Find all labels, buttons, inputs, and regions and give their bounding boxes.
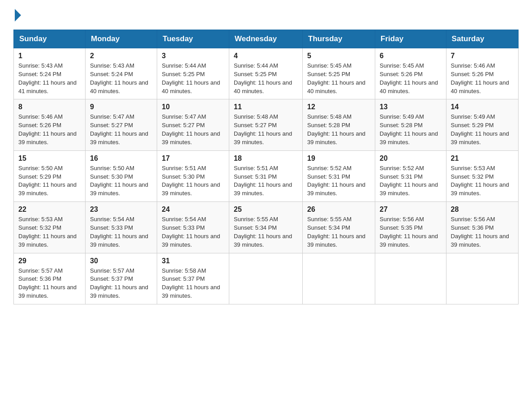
calendar-week-row: 29 Sunrise: 5:57 AMSunset: 5:36 PMDaylig… xyxy=(14,253,519,304)
calendar-cell: 6 Sunrise: 5:45 AMSunset: 5:26 PMDayligh… xyxy=(375,48,446,99)
day-info: Sunrise: 5:54 AMSunset: 5:33 PMDaylight:… xyxy=(90,215,152,249)
day-info: Sunrise: 5:51 AMSunset: 5:31 PMDaylight:… xyxy=(234,164,298,198)
day-number: 23 xyxy=(90,206,152,214)
day-info: Sunrise: 5:49 AMSunset: 5:29 PMDaylight:… xyxy=(451,113,514,146)
calendar-cell: 28 Sunrise: 5:56 AMSunset: 5:36 PMDaylig… xyxy=(446,202,518,253)
day-number: 10 xyxy=(162,103,224,111)
day-info: Sunrise: 5:52 AMSunset: 5:31 PMDaylight:… xyxy=(380,164,442,198)
calendar-cell: 9 Sunrise: 5:47 AMSunset: 5:27 PMDayligh… xyxy=(86,99,157,150)
day-info: Sunrise: 5:45 AMSunset: 5:25 PMDaylight:… xyxy=(307,62,370,95)
day-number: 3 xyxy=(162,52,224,60)
day-number: 19 xyxy=(307,154,370,163)
calendar-cell: 8 Sunrise: 5:46 AMSunset: 5:26 PMDayligh… xyxy=(14,99,86,150)
logo xyxy=(13,9,21,22)
logo-triangle-icon xyxy=(15,9,21,21)
day-info: Sunrise: 5:44 AMSunset: 5:25 PMDaylight:… xyxy=(234,62,298,95)
day-info: Sunrise: 5:48 AMSunset: 5:28 PMDaylight:… xyxy=(307,113,370,146)
day-info: Sunrise: 5:47 AMSunset: 5:27 PMDaylight:… xyxy=(162,113,224,146)
calendar-header-monday: Monday xyxy=(86,30,157,48)
calendar-cell: 27 Sunrise: 5:56 AMSunset: 5:35 PMDaylig… xyxy=(375,202,446,253)
day-number: 13 xyxy=(380,103,442,111)
day-number: 5 xyxy=(307,52,370,60)
day-info: Sunrise: 5:43 AMSunset: 5:24 PMDaylight:… xyxy=(90,62,152,95)
day-number: 14 xyxy=(451,103,514,111)
day-number: 9 xyxy=(90,103,152,111)
day-info: Sunrise: 5:55 AMSunset: 5:34 PMDaylight:… xyxy=(234,215,298,249)
day-number: 15 xyxy=(18,154,81,163)
day-number: 4 xyxy=(234,52,298,60)
day-number: 28 xyxy=(451,206,514,214)
day-number: 25 xyxy=(234,206,298,214)
day-info: Sunrise: 5:46 AMSunset: 5:26 PMDaylight:… xyxy=(451,62,514,95)
calendar-cell: 18 Sunrise: 5:51 AMSunset: 5:31 PMDaylig… xyxy=(229,150,303,201)
calendar-cell: 11 Sunrise: 5:48 AMSunset: 5:27 PMDaylig… xyxy=(229,99,303,150)
calendar-cell: 15 Sunrise: 5:50 AMSunset: 5:29 PMDaylig… xyxy=(14,150,86,201)
calendar-cell: 29 Sunrise: 5:57 AMSunset: 5:36 PMDaylig… xyxy=(14,253,86,304)
day-info: Sunrise: 5:46 AMSunset: 5:26 PMDaylight:… xyxy=(18,113,81,146)
calendar-cell: 2 Sunrise: 5:43 AMSunset: 5:24 PMDayligh… xyxy=(86,48,157,99)
day-number: 21 xyxy=(451,154,514,163)
calendar-header-friday: Friday xyxy=(375,30,446,48)
calendar-header-thursday: Thursday xyxy=(303,30,375,48)
calendar-cell: 4 Sunrise: 5:44 AMSunset: 5:25 PMDayligh… xyxy=(229,48,303,99)
calendar-header-tuesday: Tuesday xyxy=(157,30,229,48)
day-info: Sunrise: 5:49 AMSunset: 5:28 PMDaylight:… xyxy=(380,113,442,146)
day-number: 1 xyxy=(18,52,81,60)
day-info: Sunrise: 5:53 AMSunset: 5:32 PMDaylight:… xyxy=(451,164,514,198)
calendar-cell: 14 Sunrise: 5:49 AMSunset: 5:29 PMDaylig… xyxy=(446,99,518,150)
day-number: 11 xyxy=(234,103,298,111)
day-info: Sunrise: 5:43 AMSunset: 5:24 PMDaylight:… xyxy=(18,62,81,95)
calendar-cell: 10 Sunrise: 5:47 AMSunset: 5:27 PMDaylig… xyxy=(157,99,229,150)
calendar-cell: 3 Sunrise: 5:44 AMSunset: 5:25 PMDayligh… xyxy=(157,48,229,99)
calendar-cell xyxy=(446,253,518,304)
day-info: Sunrise: 5:47 AMSunset: 5:27 PMDaylight:… xyxy=(90,113,152,146)
calendar-cell: 31 Sunrise: 5:58 AMSunset: 5:37 PMDaylig… xyxy=(157,253,229,304)
calendar-header-wednesday: Wednesday xyxy=(229,30,303,48)
day-number: 16 xyxy=(90,154,152,163)
calendar-cell: 22 Sunrise: 5:53 AMSunset: 5:32 PMDaylig… xyxy=(14,202,86,253)
day-info: Sunrise: 5:54 AMSunset: 5:33 PMDaylight:… xyxy=(162,215,224,249)
logo-top xyxy=(13,9,21,22)
day-number: 12 xyxy=(307,103,370,111)
day-info: Sunrise: 5:57 AMSunset: 5:37 PMDaylight:… xyxy=(90,267,152,300)
calendar-cell: 20 Sunrise: 5:52 AMSunset: 5:31 PMDaylig… xyxy=(375,150,446,201)
calendar-cell: 17 Sunrise: 5:51 AMSunset: 5:30 PMDaylig… xyxy=(157,150,229,201)
calendar-week-row: 8 Sunrise: 5:46 AMSunset: 5:26 PMDayligh… xyxy=(14,99,519,150)
calendar-cell xyxy=(229,253,303,304)
calendar-cell: 1 Sunrise: 5:43 AMSunset: 5:24 PMDayligh… xyxy=(14,48,86,99)
day-info: Sunrise: 5:52 AMSunset: 5:31 PMDaylight:… xyxy=(307,164,370,198)
day-number: 6 xyxy=(380,52,442,60)
calendar-cell: 30 Sunrise: 5:57 AMSunset: 5:37 PMDaylig… xyxy=(86,253,157,304)
calendar-week-row: 1 Sunrise: 5:43 AMSunset: 5:24 PMDayligh… xyxy=(14,48,519,99)
day-number: 26 xyxy=(307,206,370,214)
day-info: Sunrise: 5:56 AMSunset: 5:36 PMDaylight:… xyxy=(451,215,514,249)
calendar-cell: 25 Sunrise: 5:55 AMSunset: 5:34 PMDaylig… xyxy=(229,202,303,253)
calendar-week-row: 15 Sunrise: 5:50 AMSunset: 5:29 PMDaylig… xyxy=(14,150,519,201)
day-info: Sunrise: 5:50 AMSunset: 5:29 PMDaylight:… xyxy=(18,164,81,198)
calendar-cell: 19 Sunrise: 5:52 AMSunset: 5:31 PMDaylig… xyxy=(303,150,375,201)
calendar-cell: 5 Sunrise: 5:45 AMSunset: 5:25 PMDayligh… xyxy=(303,48,375,99)
page-header xyxy=(13,9,519,22)
day-number: 2 xyxy=(90,52,152,60)
day-number: 17 xyxy=(162,154,224,163)
day-info: Sunrise: 5:45 AMSunset: 5:26 PMDaylight:… xyxy=(380,62,442,95)
calendar-cell: 21 Sunrise: 5:53 AMSunset: 5:32 PMDaylig… xyxy=(446,150,518,201)
day-info: Sunrise: 5:48 AMSunset: 5:27 PMDaylight:… xyxy=(234,113,298,146)
calendar-cell: 12 Sunrise: 5:48 AMSunset: 5:28 PMDaylig… xyxy=(303,99,375,150)
day-number: 8 xyxy=(18,103,81,111)
calendar-cell: 26 Sunrise: 5:55 AMSunset: 5:34 PMDaylig… xyxy=(303,202,375,253)
day-number: 7 xyxy=(451,52,514,60)
calendar-cell: 23 Sunrise: 5:54 AMSunset: 5:33 PMDaylig… xyxy=(86,202,157,253)
day-info: Sunrise: 5:55 AMSunset: 5:34 PMDaylight:… xyxy=(307,215,370,249)
day-info: Sunrise: 5:57 AMSunset: 5:36 PMDaylight:… xyxy=(18,267,81,300)
day-number: 27 xyxy=(380,206,442,214)
day-number: 20 xyxy=(380,154,442,163)
day-info: Sunrise: 5:53 AMSunset: 5:32 PMDaylight:… xyxy=(18,215,81,249)
day-info: Sunrise: 5:56 AMSunset: 5:35 PMDaylight:… xyxy=(380,215,442,249)
calendar-header-saturday: Saturday xyxy=(446,30,518,48)
calendar-cell: 13 Sunrise: 5:49 AMSunset: 5:28 PMDaylig… xyxy=(375,99,446,150)
calendar-cell: 7 Sunrise: 5:46 AMSunset: 5:26 PMDayligh… xyxy=(446,48,518,99)
calendar-cell: 16 Sunrise: 5:50 AMSunset: 5:30 PMDaylig… xyxy=(86,150,157,201)
calendar-cell xyxy=(375,253,446,304)
calendar-header-sunday: Sunday xyxy=(14,30,86,48)
